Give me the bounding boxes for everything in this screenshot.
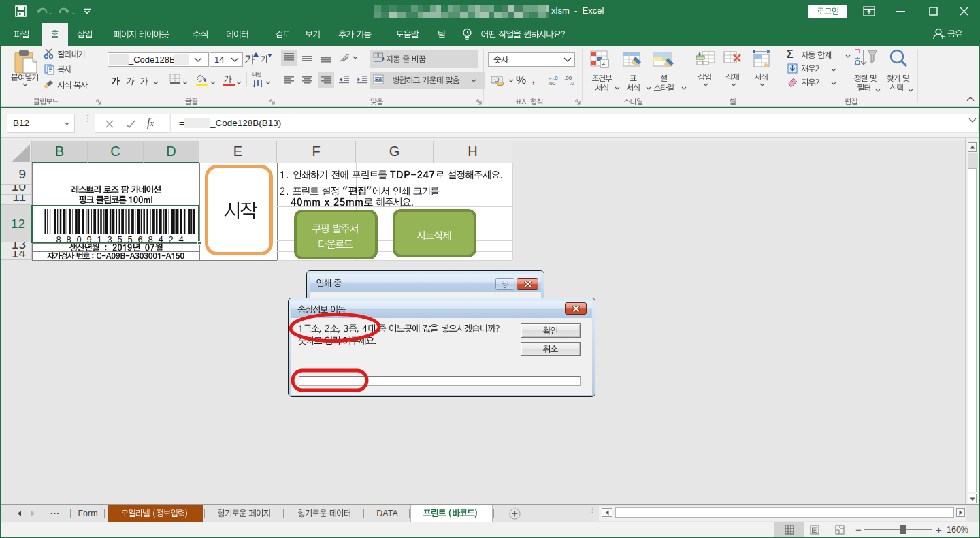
svg-text:→.0: →.0 <box>564 80 574 86</box>
svg-text:.00: .00 <box>548 80 556 86</box>
svg-text:≠: ≠ <box>602 60 606 67</box>
